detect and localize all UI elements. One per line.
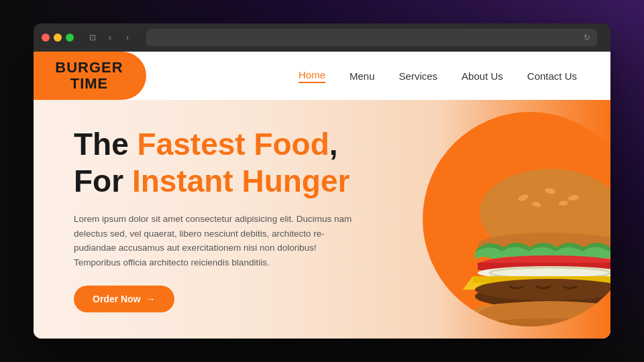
back-button[interactable]: ‹ [103, 31, 117, 44]
traffic-lights [42, 34, 74, 42]
minimize-button[interactable] [54, 34, 62, 42]
browser-controls: ⊡ ‹ › [86, 31, 134, 44]
hero-title-highlight1: Fastest Food [138, 127, 329, 162]
navbar: BURGERTIME Home Menu Services About Us C… [34, 52, 610, 100]
order-now-button[interactable]: Order Now → [74, 286, 174, 312]
burger-circle [423, 112, 610, 326]
hero-title-highlight2: Instant Hunger [132, 164, 350, 198]
website-content: BURGERTIME Home Menu Services About Us C… [34, 52, 610, 339]
logo-text: BURGERTIME [55, 60, 123, 92]
arrow-icon: → [146, 294, 156, 304]
logo-area: BURGERTIME [34, 52, 146, 100]
nav-link-home[interactable]: Home [299, 69, 325, 83]
browser-chrome: ⊡ ‹ › ↻ [34, 23, 610, 52]
hero-title: The Fastest Food, For Instant Hunger [74, 126, 423, 200]
window-icon: ⊡ [86, 31, 99, 44]
hero-content: The Fastest Food, For Instant Hunger Lor… [74, 126, 423, 313]
hero-description: Lorem ipsum dolor sit amet consectetur a… [74, 212, 356, 269]
nav-link-contact[interactable]: Contact Us [527, 70, 577, 82]
refresh-icon[interactable]: ↻ [584, 33, 590, 42]
forward-button[interactable]: › [121, 31, 134, 44]
browser-window: ⊡ ‹ › ↻ BURGERTIME Home Menu Services Ab… [34, 23, 610, 339]
hero-section: The Fastest Food, For Instant Hunger Lor… [34, 100, 610, 339]
hero-title-suffix: , [329, 127, 338, 162]
nav-link-services[interactable]: Services [399, 70, 438, 82]
address-bar[interactable]: ↻ [146, 29, 597, 46]
hero-title-for: For [74, 164, 132, 198]
nav-link-menu[interactable]: Menu [350, 70, 375, 82]
maximize-button[interactable] [66, 34, 74, 42]
close-button[interactable] [42, 34, 50, 42]
nav-link-about[interactable]: About Us [462, 70, 503, 82]
burger-image [456, 159, 610, 326]
nav-links: Home Menu Services About Us Contact Us [299, 69, 610, 83]
hero-title-prefix: The [74, 127, 138, 162]
